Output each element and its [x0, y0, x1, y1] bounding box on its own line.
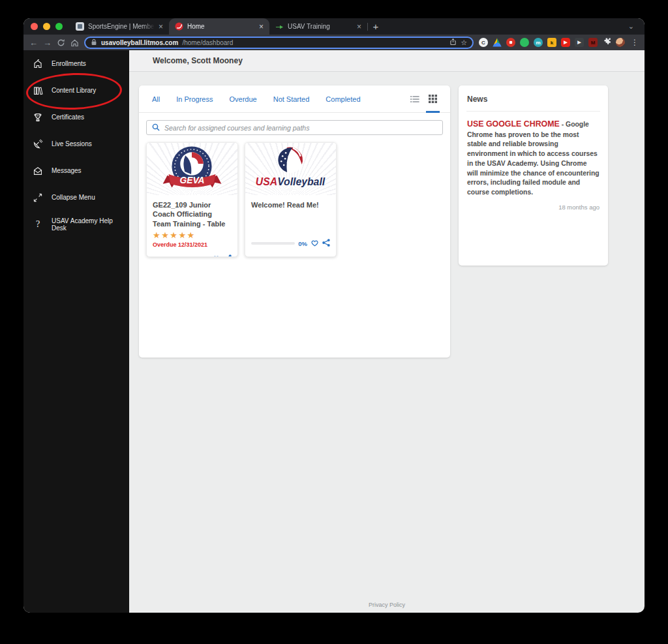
course-title: GE22_109 Junior Coach Officiating Team T…: [153, 200, 232, 228]
new-tab-button[interactable]: +: [368, 18, 384, 35]
svg-text:GEVA: GEVA: [179, 176, 204, 185]
sidebar-item-label: Messages: [52, 167, 82, 174]
privacy-policy-link[interactable]: Privacy Policy: [129, 602, 645, 608]
news-timestamp: 18 months ago: [459, 198, 608, 211]
app-content: Enrollments Content Library Certificates…: [23, 50, 645, 613]
course-card-geva[interactable]: GEVA GE22_109 Junior Coach Officiating T…: [146, 142, 238, 257]
close-window-button[interactable]: [31, 23, 38, 30]
course-card-usav[interactable]: USAVolleyball Welcome! Read Me! 0%: [245, 142, 337, 257]
tab-usav-training[interactable]: USAV Training ×: [269, 18, 367, 35]
school-icon: [32, 59, 44, 69]
browser-window: SportsEngine | Membership De × Home × US…: [23, 18, 645, 613]
youtube-icon[interactable]: ▶: [561, 38, 570, 47]
favorite-heart-icon[interactable]: [212, 253, 220, 257]
course-grid: GEVA GE22_109 Junior Coach Officiating T…: [139, 135, 450, 264]
news-headline: USE GOOGLE CHROME: [467, 119, 560, 129]
extension-red-icon[interactable]: [506, 38, 515, 47]
extensions-row: C m k ▶ ▶ M ⋮: [479, 37, 639, 48]
sidebar-item-label: Enrollments: [52, 60, 86, 67]
tab-title: Home: [187, 23, 255, 30]
sidebar-item-label: Collapse Menu: [52, 194, 95, 201]
browser-toolbar: ← → usavolleyball.litmos.com/home/dashbo…: [23, 35, 645, 50]
list-view-icon[interactable]: [410, 85, 419, 112]
search-icon: [152, 122, 160, 134]
browser-menu-icon[interactable]: ⋮: [630, 38, 639, 47]
courses-panel: All In Progress Overdue Not Started Comp…: [139, 85, 450, 358]
course-title: Welcome! Read Me!: [251, 200, 330, 209]
profile-avatar[interactable]: [616, 38, 625, 47]
extension-k-icon[interactable]: k: [547, 38, 556, 47]
usav-training-favicon-icon: [275, 22, 284, 31]
puzzle-extensions-icon[interactable]: [602, 37, 611, 48]
traffic-lights: [23, 18, 70, 35]
progress-percent: 33%: [196, 255, 209, 257]
tab-close-icon[interactable]: ×: [159, 23, 163, 31]
sidebar-item-label: USAV Academy Help Desk: [52, 217, 129, 232]
google-drive-icon[interactable]: [493, 38, 502, 47]
welcome-text: Welcome, Scott Mooney: [153, 56, 243, 65]
extension-play-icon[interactable]: ▶: [575, 38, 584, 47]
tab-search-chevron-icon[interactable]: ⌄: [618, 18, 645, 35]
reload-button[interactable]: [57, 38, 65, 47]
sidebar-item-live-sessions[interactable]: Live Sessions: [23, 130, 129, 157]
progress-bar: [251, 242, 295, 245]
usa-volleyball-logo: USAVolleyball: [245, 143, 336, 195]
star-rating[interactable]: ★★★★★: [153, 230, 232, 240]
tab-sportsengine[interactable]: SportsEngine | Membership De ×: [70, 18, 169, 35]
back-button[interactable]: ←: [29, 38, 38, 47]
books-icon: [32, 85, 44, 96]
sidebar-item-collapse-menu[interactable]: Collapse Menu: [23, 184, 129, 211]
news-item: USE GOOGLE CHROME - Google Chrome has pr…: [459, 112, 608, 198]
extension-c-icon[interactable]: C: [479, 38, 488, 47]
filter-tab-completed[interactable]: Completed: [326, 95, 360, 103]
progress-percent: 0%: [298, 240, 307, 247]
news-heading: News: [459, 85, 608, 111]
filter-tab-all[interactable]: All: [152, 95, 160, 103]
overdue-label: Overdue 12/31/2021: [153, 241, 232, 248]
sidebar-item-help-desk[interactable]: ? USAV Academy Help Desk: [23, 211, 129, 238]
filter-tab-in-progress[interactable]: In Progress: [176, 95, 213, 103]
filter-tabs: All In Progress Overdue Not Started Comp…: [139, 85, 450, 113]
course-footer: 33%: [147, 248, 237, 257]
sidebar-item-messages[interactable]: Messages: [23, 157, 129, 184]
svg-text:USAVolleyball: USAVolleyball: [256, 176, 326, 187]
home-button[interactable]: [70, 38, 79, 47]
favorite-heart-icon[interactable]: [311, 238, 319, 249]
extension-m-icon[interactable]: m: [534, 38, 543, 47]
litmos-favicon-icon: [175, 22, 183, 31]
zoom-window-button[interactable]: [55, 23, 63, 30]
evernote-icon[interactable]: [520, 38, 529, 47]
share-icon[interactable]: [449, 37, 457, 48]
bookmark-star-icon[interactable]: ☆: [461, 38, 467, 47]
tab-close-icon[interactable]: ×: [259, 23, 264, 31]
sidebar-item-certificates[interactable]: Certificates: [23, 104, 129, 130]
lock-icon: [91, 37, 97, 48]
question-mark-icon: ?: [32, 219, 44, 230]
tab-close-icon[interactable]: ×: [357, 23, 361, 31]
tab-home[interactable]: Home ×: [169, 18, 269, 35]
search-input[interactable]: [164, 124, 437, 132]
sidebar-item-label: Content Library: [52, 87, 96, 94]
tab-strip: SportsEngine | Membership De × Home × US…: [23, 18, 645, 35]
sidebar: Enrollments Content Library Certificates…: [23, 50, 129, 613]
main-area: Welcome, Scott Mooney All In Progress Ov…: [129, 50, 645, 613]
share-course-icon[interactable]: [322, 238, 330, 249]
sportsengine-favicon-icon: [76, 22, 84, 31]
share-course-icon[interactable]: [224, 253, 232, 257]
filter-tab-not-started[interactable]: Not Started: [273, 95, 310, 103]
trophy-icon: [32, 112, 44, 123]
address-bar[interactable]: usavolleyball.litmos.com/home/dashboard …: [84, 37, 474, 49]
extension-m2-icon[interactable]: M: [588, 38, 598, 47]
url-host: usavolleyball.litmos.com: [101, 39, 178, 46]
sidebar-item-enrollments[interactable]: Enrollments: [23, 50, 129, 77]
filter-tab-overdue[interactable]: Overdue: [229, 95, 256, 103]
forward-button[interactable]: →: [43, 38, 52, 47]
news-text: - Google Chrome has proven to be the mos…: [467, 121, 600, 196]
collapse-arrows-icon: [32, 192, 44, 203]
minimize-window-button[interactable]: [43, 23, 50, 30]
grid-view-icon[interactable]: [429, 85, 437, 112]
tab-title: USAV Training: [288, 23, 353, 30]
sidebar-item-label: Live Sessions: [52, 140, 92, 147]
url-path: /home/dashboard: [182, 39, 233, 46]
sidebar-item-content-library[interactable]: Content Library: [23, 77, 129, 104]
